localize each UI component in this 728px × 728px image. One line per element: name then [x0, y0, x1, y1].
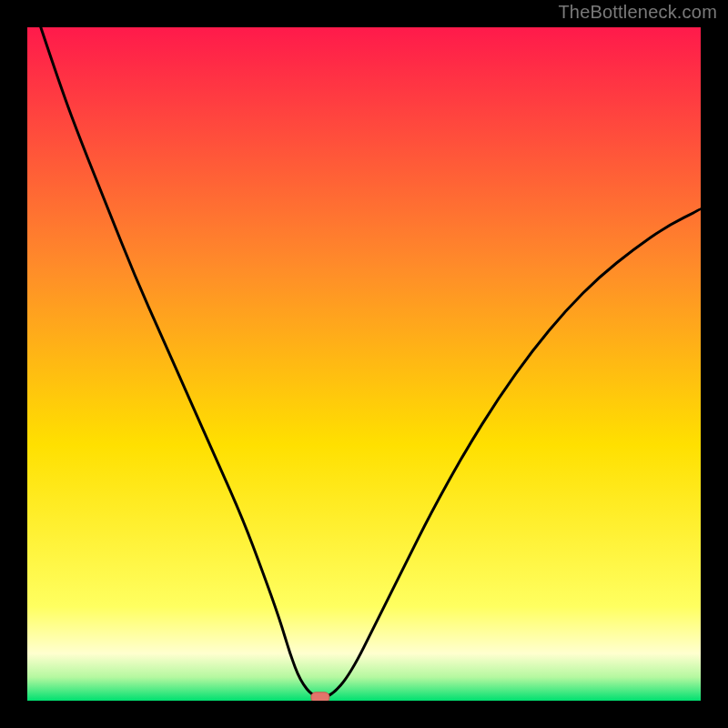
gradient-background	[27, 27, 701, 701]
bottleneck-chart-svg	[27, 27, 701, 701]
watermark-text: TheBottleneck.com	[558, 2, 717, 23]
chart-frame: TheBottleneck.com	[0, 0, 728, 728]
plot-area	[27, 27, 701, 701]
optimal-point-marker	[311, 693, 329, 701]
